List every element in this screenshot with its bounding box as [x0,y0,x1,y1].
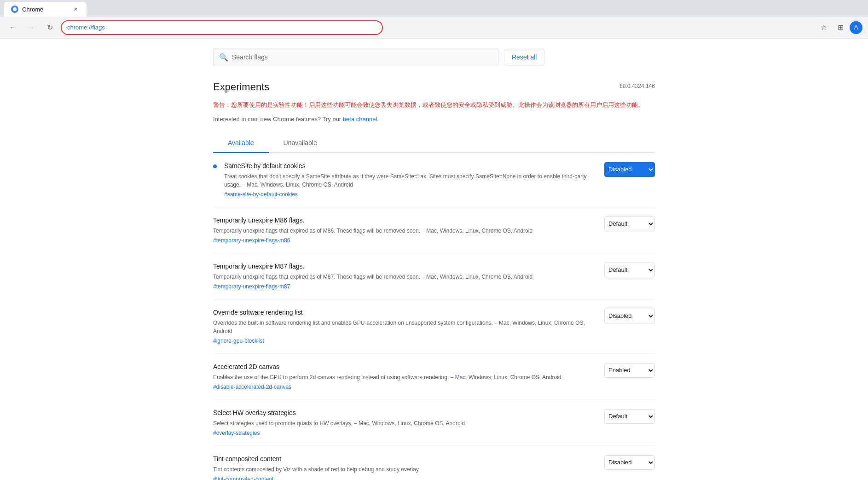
search-box: 🔍 [213,48,498,66]
star-icon: ☆ [821,23,827,32]
flag-content-m87: Temporarily unexpire M87 flags. Temporar… [213,263,597,290]
flag-link-m87[interactable]: #temporary-unexpire-flags-m87 [213,283,290,290]
flag-link-gpu-blocklist[interactable]: #ignore-gpu-blocklist [213,338,264,344]
flag-select-gpu-blocklist[interactable]: Default Disabled Enabled [604,309,655,323]
flag-select-2d-canvas[interactable]: Default Disabled Enabled [604,363,655,378]
flag-title-m87: Temporarily unexpire M87 flags. [213,263,597,270]
flag-title-overlay: Select HW overlay strategies [213,409,597,416]
flag-link-samesite[interactable]: #same-site-by-default-cookies [224,191,298,198]
warning-text: 警告：您所要使用的是实验性功能！启用这些功能可能会致使您丢失浏览数据，或者致使您… [213,101,644,108]
flag-desc-overlay: Select strategies used to promote quads … [213,419,597,427]
flag-content-samesite: SameSite by default cookies Treat cookie… [224,162,597,198]
page-title: Experiments [213,81,269,93]
flag-desc-tint: Tint contents composited by Viz with a s… [213,465,597,474]
flag-content-overlay: Select HW overlay strategies Select stra… [213,409,597,436]
flags-tabs: Available Unavailable [213,134,655,153]
flag-desc-m86: Temporarily unexpire flags that expired … [213,227,597,235]
flag-select-m87[interactable]: Default Disabled Enabled [604,263,655,277]
version-number: 88.0.4324.146 [619,83,655,89]
flag-bullet-samesite [213,164,217,168]
flag-link-2d-canvas[interactable]: #disable-accelerated-2d-canvas [213,384,291,390]
navigation-bar: ← → ↻ ☆ ⊞ A [0,17,868,39]
flag-item-overlay: Select HW overlay strategies Select stra… [213,400,655,446]
flag-select-overlay[interactable]: Default Disabled Enabled [604,409,655,424]
flags-list: SameSite by default cookies Treat cookie… [213,153,655,480]
warning-message: 警告：您所要使用的是实验性功能！启用这些功能可能会致使您丢失浏览数据，或者致使您… [213,100,655,110]
back-button[interactable]: ← [6,20,20,35]
nav-right-buttons: ☆ ⊞ A [816,20,862,35]
search-icon: 🔍 [219,53,228,62]
flag-control-2d-canvas: Default Disabled Enabled [604,363,655,378]
flag-item-samesite: SameSite by default cookies Treat cookie… [213,153,655,207]
flag-link-m86[interactable]: #temporary-unexpire-flags-m86 [213,237,290,244]
address-bar[interactable] [61,20,383,35]
tab-available[interactable]: Available [213,134,269,153]
flag-item-m87: Temporarily unexpire M87 flags. Temporar… [213,253,655,299]
flag-item-tint: Tint composited content Tint contents co… [213,446,655,480]
flag-control-gpu-blocklist: Default Disabled Enabled [604,309,655,323]
flag-title-gpu-blocklist: Override software rendering list [213,309,597,316]
flag-item-m86: Temporarily unexpire M86 flags. Temporar… [213,207,655,253]
flag-content-tint: Tint composited content Tint contents co… [213,455,597,480]
address-bar-wrapper [61,20,383,35]
beta-channel-link[interactable]: beta channel [343,116,377,123]
flag-select-tint[interactable]: Default Disabled Enabled [604,455,655,470]
flag-control-tint: Default Disabled Enabled [604,455,655,470]
flag-content-2d-canvas: Accelerated 2D canvas Enables the use of… [213,363,597,390]
forward-button[interactable]: → [24,20,39,35]
content-wrapper: 🔍 Reset all Experiments 88.0.4324.146 警告… [195,39,673,480]
user-avatar[interactable]: A [850,21,862,34]
flag-link-overlay[interactable]: #overlay-strategies [213,430,260,436]
beta-prefix: Interested in cool new Chrome features? … [213,116,343,123]
page-content: 🔍 Reset all Experiments 88.0.4324.146 警告… [0,39,868,480]
bookmark-button[interactable]: ☆ [816,20,831,35]
tab-title: Chrome [22,6,43,13]
browser-tab[interactable]: Chrome ✕ [4,2,87,17]
reset-all-button[interactable]: Reset all [504,49,544,65]
flag-desc-samesite: Treat cookies that don't specify a SameS… [224,172,597,189]
search-input[interactable] [232,53,492,61]
flag-link-tint[interactable]: #tint-composited-content [213,476,273,480]
flag-content-m86: Temporarily unexpire M86 flags. Temporar… [213,217,597,244]
forward-icon: → [28,23,35,32]
page-header: Experiments 88.0.4324.146 [213,81,655,93]
flag-control-m87: Default Disabled Enabled [604,263,655,277]
flag-desc-m87: Temporarily unexpire flags that expired … [213,273,597,281]
flag-control-samesite: Default Disabled Enabled [604,162,655,177]
flag-title-m86: Temporarily unexpire M86 flags. [213,217,597,224]
beta-suffix: . [377,116,379,123]
reload-icon: ↻ [47,23,53,32]
extensions-button[interactable]: ⊞ [833,20,848,35]
beta-channel-text: Interested in cool new Chrome features? … [213,116,655,123]
search-area: 🔍 Reset all [213,48,655,66]
flag-select-m86[interactable]: Default Disabled Enabled [604,217,655,231]
back-icon: ← [9,23,17,32]
flag-item-gpu-blocklist: Override software rendering list Overrid… [213,299,655,354]
flag-control-m86: Default Disabled Enabled [604,217,655,231]
flag-title-tint: Tint composited content [213,455,597,462]
flag-title-2d-canvas: Accelerated 2D canvas [213,363,597,370]
flag-desc-gpu-blocklist: Overrides the built-in software renderin… [213,319,597,335]
flag-item-2d-canvas: Accelerated 2D canvas Enables the use of… [213,354,655,400]
flag-desc-2d-canvas: Enables the use of the GPU to perform 2d… [213,373,597,381]
reload-button[interactable]: ↻ [42,20,57,35]
tab-favicon [11,6,18,13]
tab-close-button[interactable]: ✕ [72,6,79,13]
tab-unavailable[interactable]: Unavailable [269,134,332,153]
flag-title-samesite: SameSite by default cookies [224,162,597,170]
flag-control-overlay: Default Disabled Enabled [604,409,655,424]
flag-content-gpu-blocklist: Override software rendering list Overrid… [213,309,597,344]
flag-select-samesite[interactable]: Default Disabled Enabled [604,162,655,177]
extension-icon: ⊞ [838,23,844,32]
